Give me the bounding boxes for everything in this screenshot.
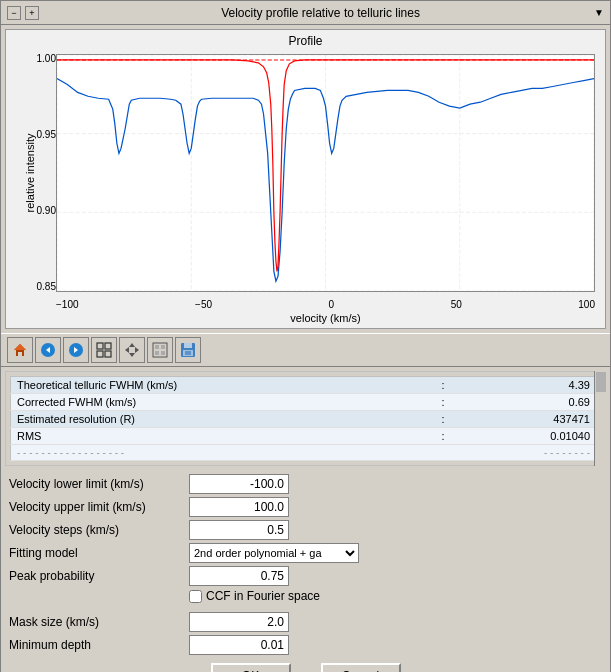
dropdown-icon[interactable]: ▼ xyxy=(594,7,604,18)
table-cell-colon: : xyxy=(433,411,453,428)
ok-button[interactable]: OK xyxy=(211,663,291,672)
fitting-model-label: Fitting model xyxy=(9,546,189,560)
table-cell-colon: : xyxy=(433,377,453,394)
table-cell-colon-dashes xyxy=(433,445,453,461)
fitting-model-select[interactable]: 2nd order polynomial + ga xyxy=(189,543,359,563)
svg-rect-16 xyxy=(97,343,103,349)
minimum-depth-label: Minimum depth xyxy=(9,638,189,652)
svg-rect-18 xyxy=(97,351,103,357)
velocity-steps-label: Velocity steps (km/s) xyxy=(9,523,189,537)
xtick-4: 50 xyxy=(451,300,462,310)
x-axis-label: velocity (km/s) xyxy=(56,312,595,324)
peak-probability-input[interactable] xyxy=(189,566,289,586)
forward-button[interactable] xyxy=(63,337,89,363)
svg-rect-28 xyxy=(161,351,165,355)
svg-rect-19 xyxy=(105,351,111,357)
maximize-button[interactable]: + xyxy=(25,6,39,20)
minimum-depth-row: Minimum depth xyxy=(9,635,602,655)
scrollbar-thumb[interactable] xyxy=(596,372,606,392)
form-area: Velocity lower limit (km/s) Velocity upp… xyxy=(1,470,610,672)
ytick-4: 0.85 xyxy=(37,282,56,292)
data-table-wrapper: Theoretical telluric FWHM (km/s) : 4.39 … xyxy=(5,371,606,466)
table-scrollbar[interactable] xyxy=(594,371,606,466)
ytick-3: 0.90 xyxy=(37,206,56,216)
image-icon xyxy=(152,342,168,358)
zoom-icon xyxy=(96,342,112,358)
table-cell-value: 0.69 xyxy=(453,394,596,411)
save-button[interactable] xyxy=(175,337,201,363)
velocity-upper-row: Velocity upper limit (km/s) xyxy=(9,497,602,517)
ccf-checkbox-row: CCF in Fourier space xyxy=(189,589,602,603)
main-window: − + Velocity profile relative to telluri… xyxy=(0,0,611,672)
chart-container: Profile relative intensity 1.00 0.95 0.9… xyxy=(5,29,606,329)
save-icon xyxy=(180,342,196,358)
svg-rect-27 xyxy=(155,351,159,355)
table-row: Corrected FWHM (km/s) : 0.69 xyxy=(11,394,597,411)
chart-plot-area xyxy=(56,54,595,292)
svg-rect-26 xyxy=(161,345,165,349)
window-title: Velocity profile relative to telluric li… xyxy=(47,6,594,20)
pan-button[interactable] xyxy=(119,337,145,363)
cancel-button[interactable]: Cancel xyxy=(321,663,401,672)
xtick-1: −100 xyxy=(56,300,79,310)
titlebar-controls[interactable]: − + xyxy=(7,6,39,20)
table-cell-label: Estimated resolution (R) xyxy=(11,411,434,428)
table-row: RMS : 0.01040 xyxy=(11,428,597,445)
back-icon xyxy=(40,342,56,358)
table-cell-label: Theoretical telluric FWHM (km/s) xyxy=(11,377,434,394)
data-table-scroll[interactable]: Theoretical telluric FWHM (km/s) : 4.39 … xyxy=(5,371,606,466)
table-cell-value: 0.01040 xyxy=(453,428,596,445)
ccf-label: CCF in Fourier space xyxy=(206,589,320,603)
button-row: OK Cancel xyxy=(9,663,602,672)
table-row: Theoretical telluric FWHM (km/s) : 4.39 xyxy=(11,377,597,394)
table-row: Estimated resolution (R) : 437471 xyxy=(11,411,597,428)
x-axis-ticks: −100 −50 0 50 100 xyxy=(56,300,595,310)
chart-svg xyxy=(57,55,594,291)
velocity-upper-label: Velocity upper limit (km/s) xyxy=(9,500,189,514)
toolbar xyxy=(1,333,610,367)
mask-size-row: Mask size (km/s) xyxy=(9,612,602,632)
back-button[interactable] xyxy=(35,337,61,363)
minimize-button[interactable]: − xyxy=(7,6,21,20)
image-button[interactable] xyxy=(147,337,173,363)
pan-icon xyxy=(124,342,140,358)
ytick-2: 0.95 xyxy=(37,130,56,140)
svg-marker-21 xyxy=(129,353,135,357)
forward-icon xyxy=(68,342,84,358)
velocity-lower-label: Velocity lower limit (km/s) xyxy=(9,477,189,491)
velocity-steps-input[interactable] xyxy=(189,520,289,540)
data-table: Theoretical telluric FWHM (km/s) : 4.39 … xyxy=(10,376,597,461)
mask-size-input[interactable] xyxy=(189,612,289,632)
ytick-1: 1.00 xyxy=(37,54,56,64)
ccf-checkbox[interactable] xyxy=(189,590,202,603)
svg-rect-17 xyxy=(105,343,111,349)
svg-marker-23 xyxy=(135,347,139,353)
table-row-dashed: - - - - - - - - - - - - - - - - - - - - … xyxy=(11,445,597,461)
velocity-upper-input[interactable] xyxy=(189,497,289,517)
table-cell-value: 437471 xyxy=(453,411,596,428)
velocity-lower-input[interactable] xyxy=(189,474,289,494)
peak-probability-row: Peak probability xyxy=(9,566,602,586)
velocity-steps-row: Velocity steps (km/s) xyxy=(9,520,602,540)
svg-marker-11 xyxy=(14,344,26,350)
table-cell-value: 4.39 xyxy=(453,377,596,394)
home-button[interactable] xyxy=(7,337,33,363)
fitting-model-row: Fitting model 2nd order polynomial + ga xyxy=(9,543,602,563)
table-cell-label: Corrected FWHM (km/s) xyxy=(11,394,434,411)
table-cell-label: RMS xyxy=(11,428,434,445)
minimum-depth-input[interactable] xyxy=(189,635,289,655)
zoom-button[interactable] xyxy=(91,337,117,363)
mask-size-label: Mask size (km/s) xyxy=(9,615,189,629)
table-cell-dashes-val: - - - - - - - - xyxy=(453,445,596,461)
velocity-lower-row: Velocity lower limit (km/s) xyxy=(9,474,602,494)
svg-marker-20 xyxy=(129,343,135,347)
xtick-3: 0 xyxy=(329,300,335,310)
peak-probability-label: Peak probability xyxy=(9,569,189,583)
xtick-2: −50 xyxy=(195,300,212,310)
xtick-5: 100 xyxy=(578,300,595,310)
svg-rect-30 xyxy=(184,343,192,348)
chart-title: Profile xyxy=(6,30,605,50)
table-cell-colon: : xyxy=(433,394,453,411)
home-icon xyxy=(12,342,28,358)
titlebar: − + Velocity profile relative to telluri… xyxy=(1,1,610,25)
